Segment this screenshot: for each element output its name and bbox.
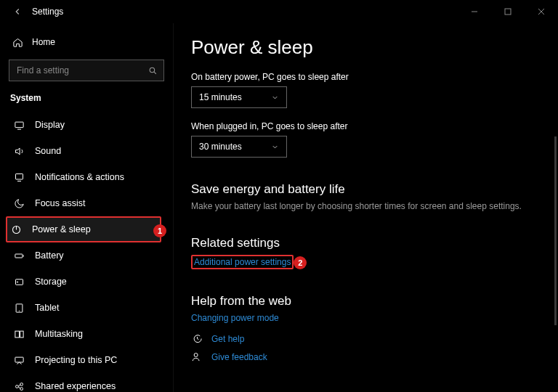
multitasking-icon xyxy=(13,329,25,340)
sidebar-item-multitasking[interactable]: Multitasking xyxy=(9,321,164,347)
sidebar-item-label: Battery xyxy=(35,250,64,261)
page-title: Power & sleep xyxy=(191,36,541,59)
svg-rect-10 xyxy=(20,331,23,338)
storage-icon xyxy=(13,277,25,287)
sleep-battery-select[interactable]: 15 minutes xyxy=(191,86,287,108)
get-help-label: Get help xyxy=(211,334,244,344)
energy-body: Make your battery last longer by choosin… xyxy=(191,201,541,211)
annotation-badge-1: 1 xyxy=(153,224,166,237)
chevron-down-icon xyxy=(271,94,279,102)
sleep-plugged-label: When plugged in, PC goes to sleep after xyxy=(191,121,541,131)
related-link-label: Additional power settings xyxy=(194,257,291,267)
get-help-link[interactable]: Get help xyxy=(191,333,541,344)
notifications-icon xyxy=(13,172,25,183)
energy-heading: Save energy and battery life xyxy=(191,182,541,197)
sidebar-item-storage[interactable]: Storage xyxy=(9,269,164,295)
sidebar-item-tablet[interactable]: Tablet xyxy=(9,295,164,321)
sidebar-item-label: Tablet xyxy=(35,303,59,313)
svg-rect-3 xyxy=(15,173,23,179)
sidebar-item-label: Storage xyxy=(35,277,67,287)
sidebar-item-display[interactable]: Display xyxy=(9,112,164,138)
sleep-plugged-select[interactable]: 30 minutes xyxy=(191,136,287,158)
changing-power-mode-link[interactable]: Changing power mode xyxy=(191,313,279,323)
svg-rect-9 xyxy=(15,331,19,338)
search-icon xyxy=(148,66,158,75)
sidebar-item-sound[interactable]: Sound xyxy=(9,138,164,164)
related-heading: Related settings xyxy=(191,236,541,250)
sidebar-item-battery[interactable]: Battery xyxy=(9,242,164,269)
svg-point-7 xyxy=(17,281,17,282)
sidebar-item-power-sleep[interactable]: Power & sleep 1 xyxy=(6,216,161,242)
focus-assist-icon xyxy=(13,198,25,209)
chevron-down-icon xyxy=(271,143,279,151)
search-input-wrapper[interactable] xyxy=(9,60,164,81)
sidebar-item-label: Shared experiences xyxy=(35,381,116,391)
get-help-icon xyxy=(191,333,203,344)
give-feedback-label: Give feedback xyxy=(211,352,267,362)
main-content: Power & sleep On battery power, PC goes … xyxy=(173,23,558,392)
svg-rect-11 xyxy=(15,357,23,362)
sidebar-item-label: Power & sleep xyxy=(32,224,91,234)
minimize-button[interactable] xyxy=(458,0,491,23)
sidebar-item-label: Focus assist xyxy=(35,198,85,208)
sleep-battery-value: 15 minutes xyxy=(199,92,242,102)
annotation-badge-2: 2 xyxy=(294,256,307,269)
svg-rect-0 xyxy=(505,9,511,15)
sleep-battery-label: On battery power, PC goes to sleep after xyxy=(191,72,541,82)
power-icon xyxy=(10,224,22,235)
give-feedback-link[interactable]: Give feedback xyxy=(191,351,541,362)
help-heading: Help from the web xyxy=(191,294,541,309)
window-title: Settings xyxy=(32,7,63,17)
home-button[interactable]: Home xyxy=(9,29,164,55)
back-button[interactable] xyxy=(9,7,26,17)
svg-rect-2 xyxy=(15,122,23,128)
display-icon xyxy=(13,120,25,131)
svg-point-15 xyxy=(194,354,198,357)
sidebar-item-shared-experiences[interactable]: Shared experiences xyxy=(9,373,164,392)
home-label: Home xyxy=(32,37,55,47)
sidebar-item-focus-assist[interactable]: Focus assist xyxy=(9,190,164,216)
svg-rect-5 xyxy=(15,254,22,258)
scrollbar-thumb[interactable] xyxy=(554,136,557,325)
projecting-icon xyxy=(13,355,25,366)
additional-power-settings-link[interactable]: Additional power settings 2 xyxy=(191,255,294,269)
feedback-icon xyxy=(191,351,203,362)
svg-point-12 xyxy=(15,385,18,388)
sleep-plugged-value: 30 minutes xyxy=(199,142,242,152)
sidebar-item-label: Display xyxy=(35,120,65,130)
svg-point-1 xyxy=(150,68,155,73)
svg-point-14 xyxy=(20,387,23,390)
sound-icon xyxy=(13,146,25,157)
shared-icon xyxy=(13,381,25,392)
sidebar-item-label: Sound xyxy=(35,146,61,156)
search-input[interactable] xyxy=(15,65,148,76)
sidebar-item-label: Projecting to this PC xyxy=(35,355,117,365)
sidebar-item-projecting[interactable]: Projecting to this PC xyxy=(9,347,164,373)
svg-point-13 xyxy=(20,383,23,385)
close-button[interactable] xyxy=(525,0,558,23)
sidebar-item-label: Notifications & actions xyxy=(35,172,124,182)
sidebar-item-label: Multitasking xyxy=(35,329,83,339)
sidebar-section-label: System xyxy=(9,90,164,112)
battery-icon xyxy=(13,250,25,261)
sidebar: Home System Display Sound Notifications … xyxy=(0,23,173,392)
home-icon xyxy=(12,37,23,48)
tablet-icon xyxy=(13,303,25,314)
sidebar-item-notifications[interactable]: Notifications & actions xyxy=(9,164,164,190)
maximize-button[interactable] xyxy=(491,0,525,23)
